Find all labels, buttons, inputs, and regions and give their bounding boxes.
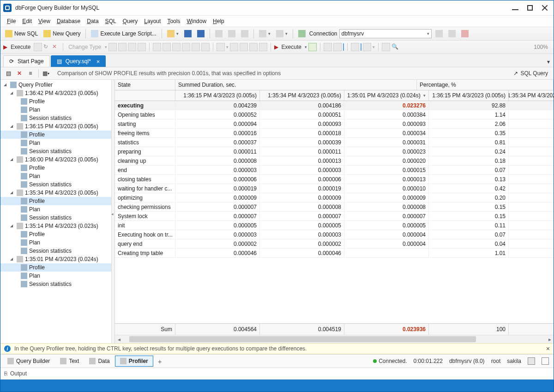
tree-item[interactable]: Profile xyxy=(0,97,111,106)
tree-item[interactable]: 1:35:14 PM 4/3/2023 (0.023s) xyxy=(0,222,111,230)
menu-edit[interactable]: Edit xyxy=(19,17,35,25)
table-row[interactable]: statistics0.0000370.0000390.0000310.810.… xyxy=(115,138,554,147)
column-header[interactable]: 1:36:15 PM 4/3/2023 (0.005s) xyxy=(429,90,509,101)
list-icon[interactable]: ≡ xyxy=(25,69,36,78)
table-row[interactable]: starting0.0000940.0000930.0000932.062.0 xyxy=(115,119,554,129)
tree-item[interactable]: 1:35:34 PM 4/3/2023 (0.005s) xyxy=(0,189,111,197)
close-tab-icon[interactable]: × xyxy=(96,58,100,65)
tree-item[interactable]: Plan xyxy=(0,139,111,147)
undo-icon[interactable]: ▾ xyxy=(257,29,272,38)
table-row[interactable]: System lock0.0000070.0000070.0000070.150… xyxy=(115,212,554,221)
table-row[interactable]: end0.0000030.0000030.0000150.070. xyxy=(115,166,554,175)
copy-icon[interactable] xyxy=(226,29,237,38)
panel-resize-handle[interactable] xyxy=(112,80,115,343)
tree-item[interactable]: 1:36:15 PM 4/3/2023 (0.005s) xyxy=(0,122,111,131)
img-view-icon[interactable] xyxy=(361,43,361,51)
grid-view-icon[interactable] xyxy=(343,43,344,51)
menu-file[interactable]: File xyxy=(4,17,18,25)
save-all-icon[interactable] xyxy=(195,29,206,38)
tree-item[interactable]: 1:36:00 PM 4/3/2023 (0.005s) xyxy=(0,155,111,164)
open-icon[interactable]: ▾ xyxy=(165,29,181,38)
table-row[interactable]: checking permissions0.0000070.0000080.00… xyxy=(115,202,554,212)
menu-data[interactable]: Data xyxy=(84,17,101,25)
new-sql-button[interactable]: New SQL xyxy=(3,29,40,38)
table-row[interactable]: preparing0.0000110.0000110.0000230.240. xyxy=(115,147,554,156)
tab-text[interactable]: Text xyxy=(55,356,84,367)
table-row[interactable]: optimizing0.0000090.0000090.0000090.200. xyxy=(115,193,554,202)
settings-icon[interactable]: ▦▾ xyxy=(41,69,51,78)
save-icon[interactable] xyxy=(182,29,193,38)
table-row[interactable]: Opening tables0.0000520.0000510.0003841.… xyxy=(115,110,554,119)
connection-dropdown[interactable]: dbfmysrv▾ xyxy=(339,29,432,38)
tab-start-page[interactable]: ⟳Start Page xyxy=(3,55,50,67)
tree-item[interactable]: Session statistics xyxy=(0,214,111,222)
tab-data[interactable]: Data xyxy=(84,356,114,367)
tree-item[interactable]: Plan xyxy=(0,172,111,180)
stop-icon[interactable] xyxy=(34,43,42,51)
tree-item[interactable]: Profile xyxy=(0,164,111,172)
tab-query-builder[interactable]: Query Builder xyxy=(2,356,55,367)
table-row[interactable]: init0.0000050.0000050.0000050.110. xyxy=(115,221,554,230)
change-type-dropdown[interactable]: Change Type xyxy=(66,44,103,50)
new-query-button[interactable]: New Query xyxy=(42,29,82,38)
cancel-icon[interactable]: ✕ xyxy=(52,43,60,51)
tree-item[interactable]: 1:36:42 PM 4/3/2023 (0.005s) xyxy=(0,89,111,97)
layout-icon-1[interactable] xyxy=(528,357,535,365)
refresh-icon[interactable]: ↻ xyxy=(43,43,51,51)
paste-icon[interactable] xyxy=(239,29,250,38)
tree-item[interactable]: Plan xyxy=(0,106,111,114)
tree-item[interactable]: Session statistics xyxy=(0,180,111,189)
tree-item[interactable]: Plan xyxy=(0,272,111,280)
table-row[interactable]: closing tables0.0000060.0000060.0000130.… xyxy=(115,175,554,184)
tab-query[interactable]: ▤Query.sql*× xyxy=(51,55,106,67)
tree-item[interactable]: Profile xyxy=(0,230,111,238)
execute-large-script-button[interactable]: Execute Large Script... xyxy=(89,29,158,38)
tree-item[interactable]: Session statistics xyxy=(0,280,111,288)
menu-window[interactable]: Window xyxy=(184,17,209,25)
table-row[interactable]: Creating tmp table0.0000460.0000461.011.… xyxy=(115,249,554,258)
menu-sql[interactable]: SQL xyxy=(102,17,119,25)
tree-item[interactable]: 1:35:01 PM 4/3/2023 (0.024s) xyxy=(0,255,111,263)
execute-button[interactable]: Execute xyxy=(9,44,32,50)
close-button[interactable] xyxy=(542,5,548,11)
execute2-button[interactable]: Execute xyxy=(280,44,303,50)
conn-remove-icon[interactable] xyxy=(459,29,470,38)
tree-item[interactable]: Profile xyxy=(0,131,111,139)
tab-profiler[interactable]: Profiler xyxy=(115,356,153,367)
column-header[interactable]: 1:35:34 PM 4/3/2023 (0.005s) xyxy=(509,90,554,101)
output-panel-header[interactable]: ⎘ Output xyxy=(0,368,554,380)
cut-icon[interactable] xyxy=(213,29,224,38)
add-tab-button[interactable]: + xyxy=(153,357,167,365)
delete-icon[interactable]: ✕ xyxy=(14,69,24,78)
tree-item[interactable]: Profile xyxy=(0,197,111,205)
menu-database[interactable]: Database xyxy=(54,17,83,25)
conn-action1-icon[interactable] xyxy=(434,29,445,38)
table-row[interactable]: Executing hook on tr...0.0000030.0000030… xyxy=(115,230,554,239)
menu-query[interactable]: Query xyxy=(120,17,141,25)
menu-view[interactable]: View xyxy=(36,17,53,25)
sql-query-link[interactable]: ↗SQL Query xyxy=(513,70,551,77)
column-header[interactable]: 1:35:34 PM 4/3/2023 (0.005s) xyxy=(260,90,344,101)
tree-item[interactable]: Profile xyxy=(0,263,111,272)
layout-icon-2[interactable] xyxy=(542,357,549,365)
table-row[interactable]: cleaning up0.0000080.0000130.0000200.180… xyxy=(115,156,554,166)
table-row[interactable]: query end0.0000020.0000020.0000040.040.0 xyxy=(115,239,554,249)
table-row[interactable]: executing0.0042390.0041860.02327692.8892… xyxy=(115,101,554,110)
column-header[interactable]: 1:35:01 PM 4/3/2023 (0.024s)▾ xyxy=(344,90,429,101)
tree-item[interactable]: Plan xyxy=(0,205,111,214)
tree-item[interactable]: Session statistics xyxy=(0,247,111,255)
zoom-level[interactable]: 100% xyxy=(534,44,551,50)
profiler-tree[interactable]: Query Profiler1:36:42 PM 4/3/2023 (0.005… xyxy=(0,80,112,343)
tip-close-icon[interactable]: × xyxy=(546,345,550,352)
redo-icon[interactable]: ▾ xyxy=(274,29,289,38)
tabs-overflow-icon[interactable]: ▾ xyxy=(543,57,554,67)
tree-item[interactable]: Plan xyxy=(0,238,111,247)
tree-item[interactable]: Session statistics xyxy=(0,147,111,155)
conn-action2-icon[interactable] xyxy=(446,29,458,38)
maximize-button[interactable] xyxy=(527,5,533,11)
menu-layout[interactable]: Layout xyxy=(141,17,163,25)
table-row[interactable]: freeing items0.0000160.0000180.0000340.3… xyxy=(115,129,554,138)
minimize-button[interactable] xyxy=(512,5,518,11)
column-header[interactable]: 1:36:15 PM 4/3/2023 (0.005s) xyxy=(175,90,260,101)
menu-help[interactable]: Help xyxy=(210,17,227,25)
